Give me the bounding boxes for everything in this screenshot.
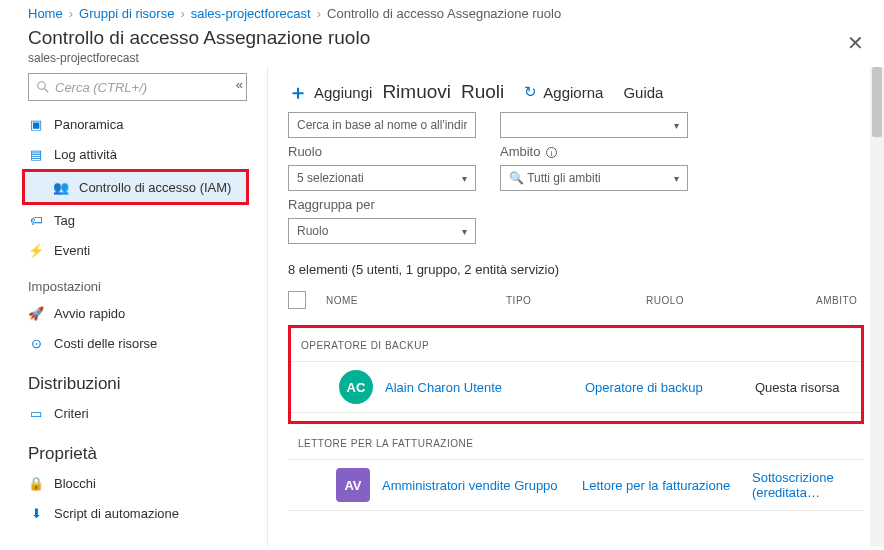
plus-icon: ＋ [288, 82, 308, 102]
toolbar: ＋ Aggiungi Rimuovi Ruoli ↻ Aggiorna Guid… [268, 67, 884, 113]
row-role[interactable]: Lettore per la fatturazione [582, 478, 752, 493]
script-icon: ⬇ [28, 505, 44, 521]
refresh-button[interactable]: ↻ Aggiorna [524, 83, 603, 101]
col-role[interactable]: RUOLO [646, 295, 816, 306]
select-all-checkbox[interactable] [288, 291, 306, 309]
sidebar-item-policies[interactable]: ▭ Criteri [0, 398, 267, 428]
sidebar-item-costs[interactable]: ⊙ Costi delle risorse [0, 328, 267, 358]
table-row[interactable]: AV Amministratori vendite Gruppo Lettore… [288, 459, 864, 511]
group-title: LETTORE PER LA FATTURAZIONE [288, 434, 864, 459]
role-group-backup-operator: OPERATORE DI BACKUP AC Alain Charon Uten… [288, 325, 864, 424]
row-scope[interactable]: Sottoscrizione (ereditata… [752, 470, 854, 500]
row-scope: Questa risorsa [755, 380, 851, 395]
col-name[interactable]: NOME [326, 295, 506, 306]
sidebar-item-quickstart[interactable]: 🚀 Avvio rapido [0, 298, 267, 328]
sidebar-section-properties: Proprietà [0, 428, 267, 468]
breadcrumb-current: Controllo di accesso Assegnazione ruolo [327, 6, 561, 21]
policy-icon: ▭ [28, 405, 44, 421]
filter-type-select[interactable]: ▾ [500, 112, 688, 138]
chevron-right-icon: › [69, 6, 73, 21]
sidebar-item-activity-log[interactable]: ▤ Log attività [0, 139, 267, 169]
row-name[interactable]: Amministratori vendite Gruppo [382, 478, 582, 493]
sidebar-item-tags[interactable]: 🏷 Tag [0, 205, 267, 235]
row-name[interactable]: Alain Charon Utente [385, 380, 585, 395]
sidebar-section-settings: Impostazioni [0, 265, 267, 298]
scrollbar[interactable] [870, 67, 884, 547]
group-title: OPERATORE DI BACKUP [291, 336, 861, 361]
sidebar-item-events[interactable]: ⚡ Eventi [0, 235, 267, 265]
sidebar-item-automation-script[interactable]: ⬇ Script di automazione [0, 498, 267, 528]
row-role[interactable]: Operatore di backup [585, 380, 755, 395]
rocket-icon: 🚀 [28, 305, 44, 321]
roles-button[interactable]: Ruoli [461, 81, 504, 103]
sidebar-section-deployments: Distribuzioni [0, 358, 267, 398]
chevron-down-icon: ▾ [462, 226, 467, 237]
page-subtitle: sales-projectforecast [28, 51, 837, 65]
tag-icon: 🏷 [28, 212, 44, 228]
chevron-right-icon: › [180, 6, 184, 21]
chevron-down-icon: ▾ [674, 173, 679, 184]
avatar: AV [336, 468, 370, 502]
cube-icon: ▣ [28, 116, 44, 132]
lock-icon: 🔒 [28, 475, 44, 491]
sidebar: Cerca (CTRL+/) « ▣ Panoramica ▤ Log atti… [0, 67, 268, 547]
info-icon: i [546, 147, 557, 158]
people-icon: 👥 [53, 179, 69, 195]
lightning-icon: ⚡ [28, 242, 44, 258]
filter-groupby-select[interactable]: Ruolo ▾ [288, 218, 476, 244]
table-header: NOME TIPO RUOLO AMBITO [268, 285, 884, 315]
content-pane: ＋ Aggiungi Rimuovi Ruoli ↻ Aggiorna Guid… [268, 67, 884, 547]
refresh-icon: ↻ [524, 83, 537, 101]
close-icon[interactable]: ✕ [837, 27, 874, 59]
breadcrumb: Home › Gruppi di risorse › sales-project… [0, 0, 884, 25]
filter-name-input[interactable]: Cerca in base al nome o all'indirizzo di… [288, 112, 476, 138]
filter-role-select[interactable]: 5 selezionati ▾ [288, 165, 476, 191]
search-input[interactable]: Cerca (CTRL+/) [28, 73, 247, 101]
svg-point-0 [38, 82, 46, 90]
results-summary: 8 elementi (5 utenti, 1 gruppo, 2 entità… [268, 244, 884, 285]
collapse-icon[interactable]: « [236, 77, 243, 92]
col-scope[interactable]: AMBITO [816, 295, 864, 306]
role-group-billing-reader: LETTORE PER LA FATTURAZIONE AV Amministr… [288, 434, 864, 511]
add-button[interactable]: ＋ Aggiungi [288, 82, 372, 102]
svg-line-1 [45, 89, 49, 93]
filter-scope-select[interactable]: 🔍 Tutti gli ambiti ▾ [500, 165, 688, 191]
col-type[interactable]: TIPO [506, 295, 646, 306]
filter-scope-label: Ambito i [500, 144, 688, 159]
avatar: AC [339, 370, 373, 404]
chevron-right-icon: › [317, 6, 321, 21]
breadcrumb-project[interactable]: sales-projectforecast [191, 6, 311, 21]
filter-role-label: Ruolo [288, 144, 476, 159]
log-icon: ▤ [28, 146, 44, 162]
chevron-down-icon: ▾ [674, 120, 679, 131]
breadcrumb-home[interactable]: Home [28, 6, 63, 21]
sidebar-item-access-control[interactable]: 👥 Controllo di accesso (IAM) [25, 172, 246, 202]
sidebar-item-locks[interactable]: 🔒 Blocchi [0, 468, 267, 498]
filter-groupby-label: Raggruppa per [288, 197, 476, 212]
chevron-down-icon: ▾ [462, 173, 467, 184]
remove-button[interactable]: Rimuovi [382, 81, 451, 103]
page-title: Controllo di accesso Assegnazione ruolo [28, 27, 837, 49]
sidebar-item-overview[interactable]: ▣ Panoramica [0, 109, 267, 139]
search-icon [37, 81, 49, 93]
cost-icon: ⊙ [28, 335, 44, 351]
breadcrumb-groups[interactable]: Gruppi di risorse [79, 6, 174, 21]
table-row[interactable]: AC Alain Charon Utente Operatore di back… [291, 361, 861, 413]
help-button[interactable]: Guida [623, 84, 663, 101]
